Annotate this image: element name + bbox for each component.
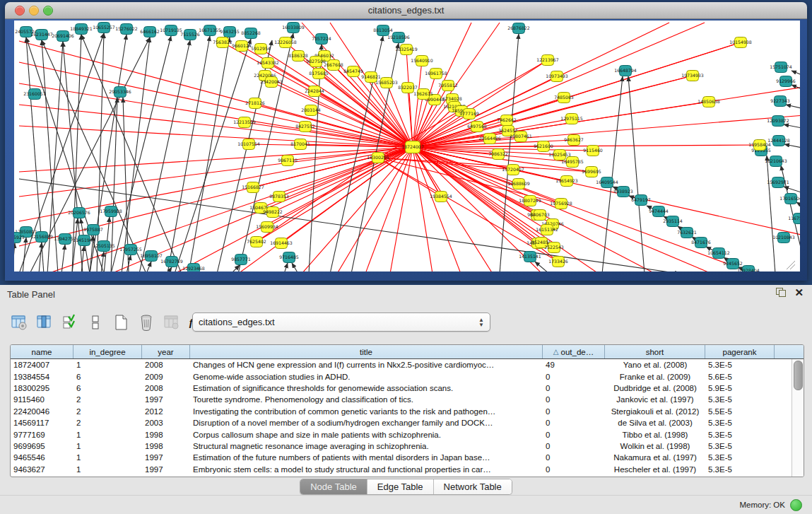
tab-node-table[interactable]: Node Table <box>300 479 367 494</box>
graph-node[interactable]: 29053346 <box>109 87 131 98</box>
graph-node[interactable]: 15751074 <box>770 62 792 73</box>
table-row[interactable]: 1456911722003Disruption of a novel membe… <box>11 417 792 428</box>
column-header-out_de[interactable]: △out_de… <box>543 345 605 358</box>
column-header-name[interactable]: name <box>11 345 73 358</box>
graph-node[interactable]: 11675330 <box>788 214 800 224</box>
graph-node[interactable]: 16409544 <box>596 177 618 188</box>
graph-node[interactable]: 20206576 <box>68 208 90 218</box>
table-row[interactable]: 1830029562008Estimation of significance … <box>11 382 792 394</box>
graph-node[interactable]: 9975887 <box>83 225 103 235</box>
graph-node[interactable]: 9463627 <box>564 135 584 146</box>
column-header-title[interactable]: title <box>190 345 543 358</box>
graph-node[interactable]: 10210843 <box>772 233 795 243</box>
graph-node[interactable]: 9343255 <box>220 27 240 37</box>
graph-node[interactable]: 7857224 <box>312 34 331 45</box>
graph-node[interactable]: 19756928 <box>550 199 572 209</box>
table-row[interactable]: 946554611997Estimation of the future num… <box>11 452 792 463</box>
memory-status-indicator[interactable] <box>790 499 802 511</box>
graph-node[interactable]: 16543382 <box>257 58 279 69</box>
graph-node[interactable]: 7632621 <box>677 228 697 238</box>
graph-node[interactable]: 15276022 <box>115 24 138 35</box>
svg-text:9867110: 9867110 <box>278 158 298 163</box>
graph-node[interactable]: 16210643 <box>765 156 787 167</box>
table-row[interactable]: 969969511998Structural magnetic resonanc… <box>11 440 792 452</box>
graph-node[interactable]: 10655257 <box>93 23 115 33</box>
float-window-icon[interactable] <box>776 288 786 297</box>
graph-node[interactable]: 7462662 <box>497 115 517 126</box>
table-cell: Genome-wide association studies in ADHD. <box>190 373 543 381</box>
graph-node[interactable]: 2718126 <box>245 98 265 109</box>
graph-node[interactable]: 14850638 <box>698 97 720 107</box>
graph-node[interactable]: 16033809 <box>282 23 305 33</box>
graph-node[interactable]: 18325419 <box>395 45 418 55</box>
graph-node[interactable]: 15640910 <box>411 56 433 66</box>
graph-node[interactable]: 9115460 <box>583 146 603 156</box>
graph-node[interactable]: 12923468 <box>182 264 205 272</box>
graph-node[interactable]: 12213967 <box>536 55 559 66</box>
graph-node[interactable]: 17959928 <box>100 206 122 217</box>
graph-node[interactable]: 5912954 <box>251 44 271 54</box>
scrollbar-thumb[interactable] <box>794 361 803 390</box>
graph-node[interactable]: 12975115 <box>560 114 583 124</box>
svg-text:9699695: 9699695 <box>582 169 601 174</box>
graph-node[interactable]: 8938923 <box>613 187 633 197</box>
table-row[interactable]: 946362711997Embryonic stem cells: a mode… <box>11 464 792 475</box>
graph-node[interactable]: 9716485 <box>279 252 299 263</box>
table-row[interactable]: 1938455462009Genome-wide association stu… <box>11 370 792 382</box>
graph-node[interactable]: 16914463 <box>270 238 293 249</box>
column-header-in_degree[interactable]: in_degree <box>73 345 142 358</box>
table-row[interactable]: 1872400712008Changes of HCN gene express… <box>11 359 792 370</box>
network-canvas[interactable]: 2405572416231447206914061884932110655257… <box>14 21 800 271</box>
table-cell: 1997 <box>142 453 190 462</box>
graph-node[interactable]: 7955812 <box>438 81 458 91</box>
graph-node[interactable]: 10107554 <box>237 139 260 150</box>
tab-network-table[interactable]: Network Table <box>434 479 512 494</box>
table-row[interactable]: 911546021997Tourette syndrome. Phenomeno… <box>11 394 792 405</box>
graph-node[interactable]: 23160057 <box>23 89 46 100</box>
graph-node[interactable]: 26876822 <box>507 23 530 34</box>
new-document-icon[interactable] <box>112 313 130 332</box>
table-row[interactable]: 977716911998Corpus callosum shape and si… <box>11 428 792 440</box>
graph-node[interactable]: 10719135 <box>160 25 182 36</box>
column-header-year[interactable]: year <box>142 345 190 358</box>
tab-edge-table[interactable]: Edge Table <box>367 479 434 494</box>
graph-node[interactable]: 20691406 <box>52 31 74 42</box>
graph-node[interactable]: 6479197 <box>631 195 651 206</box>
graph-node[interactable]: 19218596 <box>387 33 410 43</box>
graph-node[interactable]: 8852268 <box>241 28 261 39</box>
vertical-scrollbar[interactable] <box>792 359 804 477</box>
graph-node[interactable]: 8471676 <box>691 238 711 248</box>
graph-node[interactable]: 9474444 <box>649 206 669 217</box>
graph-node[interactable]: 9867110 <box>278 156 298 166</box>
svg-text:20691406: 20691406 <box>52 33 74 38</box>
graph-node[interactable]: 19734933 <box>681 71 704 81</box>
close-icon[interactable]: ✕ <box>794 288 804 297</box>
graph-node[interactable]: 16961758 <box>425 69 447 79</box>
table-row[interactable]: 2242004622012Investigating the contribut… <box>11 406 792 417</box>
column-select-icon[interactable] <box>35 313 54 332</box>
rows-icon[interactable] <box>86 313 105 332</box>
table-settings-icon[interactable] <box>10 313 28 332</box>
graph-node[interactable]: 19654923 <box>555 176 578 187</box>
delete-trash-icon[interactable] <box>137 313 155 332</box>
graph-node[interactable]: 6466162 <box>140 27 160 37</box>
graph-node[interactable]: 9699695 <box>582 167 601 177</box>
column-header-short[interactable]: short <box>605 345 705 358</box>
row-check-icon[interactable] <box>61 313 79 332</box>
graph-node[interactable]: 10154938 <box>729 37 752 48</box>
graph-node[interactable]: 15166827 <box>242 182 264 193</box>
graph-node[interactable]: 8186328 <box>288 51 308 62</box>
table-source-dropdown[interactable]: citations_edges.txt ▲▼ <box>192 313 490 332</box>
column-header-pagerank[interactable]: pagerank <box>705 345 775 358</box>
graph-node[interactable]: 10928404 <box>737 266 760 272</box>
graph-node[interactable]: 10688609 <box>507 179 530 189</box>
graph-node[interactable]: 7515526 <box>180 30 200 40</box>
graph-node[interactable]: 12226058 <box>274 37 297 48</box>
window-titlebar[interactable]: citations_edges.txt <box>5 2 807 19</box>
graph-node[interactable]: 16671355 <box>199 25 221 36</box>
table-body[interactable]: 1872400712008Changes of HCN gene express… <box>11 359 792 477</box>
graph-node[interactable]: 16648794 <box>614 66 637 76</box>
graph-node[interactable]: 9857771 <box>231 255 251 265</box>
graph-node[interactable]: 17957255 <box>119 245 142 255</box>
table-header-row[interactable]: namein_degreeyeartitle△out_de…shortpager… <box>11 345 804 359</box>
